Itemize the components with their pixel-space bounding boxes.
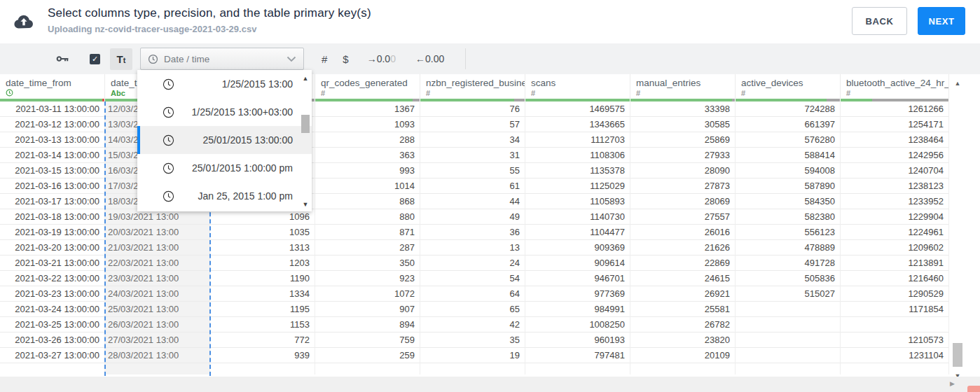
table-cell: 993 xyxy=(315,163,420,178)
table-cell: 2021-03-25 13:00:00 xyxy=(0,317,105,332)
column-type-icon: # xyxy=(321,89,420,98)
table-cell: 2021-03-13 13:00:00 xyxy=(0,132,105,148)
table-cell: 1254171 xyxy=(841,117,949,132)
dropdown-scrollbar[interactable]: ▲ ▼ xyxy=(300,71,311,210)
table-cell: 44 xyxy=(420,194,525,209)
primary-key-icon[interactable] xyxy=(56,54,69,64)
back-button[interactable]: BACK xyxy=(852,7,907,35)
column-name: bluetooth_active_24_hr_ xyxy=(846,78,948,88)
table-cell: 1190 xyxy=(210,271,315,286)
table-cell: 1072 xyxy=(315,286,420,302)
table-cell: 21626 xyxy=(630,240,736,255)
table-cell: 28090 xyxy=(630,163,736,178)
clock-icon xyxy=(163,190,174,202)
column-type-icon: # xyxy=(636,89,735,98)
table-cell: 23/03/2021 13:00 xyxy=(105,271,210,286)
table-row: 2021-03-22 13:00:0023/03/2021 13:0011909… xyxy=(0,271,949,286)
table-cell: 24/03/2021 13:00 xyxy=(105,286,210,302)
column-header[interactable]: date_time_from xyxy=(0,74,105,99)
table-cell: 1093 xyxy=(315,117,420,132)
column-header[interactable]: scans# xyxy=(525,74,630,99)
table-cell: 1203 xyxy=(210,255,315,271)
table-cell xyxy=(210,363,315,374)
table-cell: 24 xyxy=(420,255,525,271)
table-cell: 1213891 xyxy=(841,255,949,271)
clock-icon xyxy=(163,78,174,90)
table-cell: 1469575 xyxy=(525,102,630,117)
date-format-option[interactable]: 25/01/2015 1:00:00 pm xyxy=(137,154,312,182)
table-cell: 26016 xyxy=(630,225,736,240)
table-cell: 26/03/2021 13:00 xyxy=(105,317,210,332)
dropdown-scroll-up-icon[interactable]: ▲ xyxy=(300,75,311,82)
table-cell: 984991 xyxy=(525,302,630,317)
column-type-icon: # xyxy=(741,89,840,98)
column-header[interactable]: nzbn_registered_busine# xyxy=(420,74,525,99)
column-name: manual_entries xyxy=(636,78,735,88)
table-cell: 868 xyxy=(315,194,420,209)
table-cell: 939 xyxy=(210,348,315,363)
table-cell: 30585 xyxy=(630,117,736,132)
increase-precision-button[interactable]: ←0.00 xyxy=(415,53,444,64)
table-cell: 1290529 xyxy=(841,286,949,302)
table-cell: 1104477 xyxy=(525,225,630,240)
table-cell xyxy=(736,302,841,317)
vertical-scrollbar-thumb[interactable] xyxy=(953,343,962,367)
dropdown-scroll-down-icon[interactable]: ▼ xyxy=(300,201,311,208)
table-cell: 1096 xyxy=(210,209,315,225)
table-cell: 724288 xyxy=(736,102,841,117)
table-cell: 33398 xyxy=(630,102,736,117)
table-cell: 923 xyxy=(315,271,420,286)
number-type-button[interactable]: # xyxy=(322,53,327,65)
table-cell: 1216460 xyxy=(841,271,949,286)
table-cell: 1135378 xyxy=(525,163,630,178)
dropdown-scrollbar-thumb[interactable] xyxy=(301,115,310,133)
table-cell: 61 xyxy=(420,178,525,194)
table-cell: 1171854 xyxy=(841,302,949,317)
table-cell: 1008250 xyxy=(525,317,630,332)
table-cell xyxy=(420,363,525,374)
table-cell: 1195 xyxy=(210,302,315,317)
table-cell: 42 xyxy=(420,317,525,332)
currency-type-button[interactable]: $ xyxy=(343,53,348,65)
clock-icon xyxy=(163,162,174,174)
decrease-precision-button[interactable]: →0.00 xyxy=(367,53,396,64)
text-type-button[interactable]: Tt xyxy=(110,48,132,70)
table-cell: 1231104 xyxy=(841,348,949,363)
boolean-type-checkbox[interactable]: ✓ xyxy=(90,54,100,64)
horizontal-scrollbar[interactable]: ▶ xyxy=(0,377,980,392)
table-cell xyxy=(525,363,630,374)
table-cell: 1105893 xyxy=(525,194,630,209)
date-format-option[interactable]: 1/25/2015 13:00 xyxy=(137,70,312,98)
scroll-right-icon[interactable]: ▶ xyxy=(950,380,955,387)
table-cell xyxy=(841,317,949,332)
date-format-dropdown: 1/25/2015 13:001/25/2015 13:00+03:0025/0… xyxy=(137,70,312,211)
table-cell: 960193 xyxy=(525,332,630,348)
column-header[interactable]: manual_entries# xyxy=(630,74,736,99)
table-cell: 26921 xyxy=(630,286,736,302)
next-button[interactable]: NEXT xyxy=(918,7,965,35)
table-cell: 588414 xyxy=(736,148,841,163)
table-cell: 22869 xyxy=(630,255,736,271)
table-cell xyxy=(736,348,841,363)
table-cell: 1233952 xyxy=(841,194,949,209)
table-cell: 594008 xyxy=(736,163,841,178)
table-cell: 797481 xyxy=(525,348,630,363)
scroll-up-icon[interactable]: ▲ xyxy=(951,80,965,87)
date-format-option[interactable]: 25/01/2015 13:00:00 xyxy=(137,126,312,154)
table-cell: 2021-03-21 13:00:00 xyxy=(0,255,105,271)
table-cell: 34 xyxy=(420,132,525,148)
column-header[interactable]: qr_codes_generated# xyxy=(315,74,420,99)
table-cell: 909369 xyxy=(525,240,630,255)
column-header[interactable]: active_devices# xyxy=(736,74,841,99)
vertical-scrollbar[interactable]: ▲ ▼ xyxy=(951,76,965,379)
date-format-option[interactable]: 1/25/2015 13:00+03:00 xyxy=(137,98,312,126)
column-type-select[interactable]: Date / time xyxy=(140,48,304,70)
table-cell: 1229904 xyxy=(841,209,949,225)
table-cell: 27873 xyxy=(630,178,736,194)
table-cell: 582380 xyxy=(736,209,841,225)
table-cell: 1108306 xyxy=(525,148,630,163)
table-cell xyxy=(630,363,736,374)
column-header[interactable]: bluetooth_active_24_hr_# xyxy=(841,74,949,99)
table-row: 2021-03-24 13:00:0025/03/2021 13:0011959… xyxy=(0,302,949,317)
date-format-option[interactable]: Jan 25, 2015 1:00 pm xyxy=(137,182,312,210)
